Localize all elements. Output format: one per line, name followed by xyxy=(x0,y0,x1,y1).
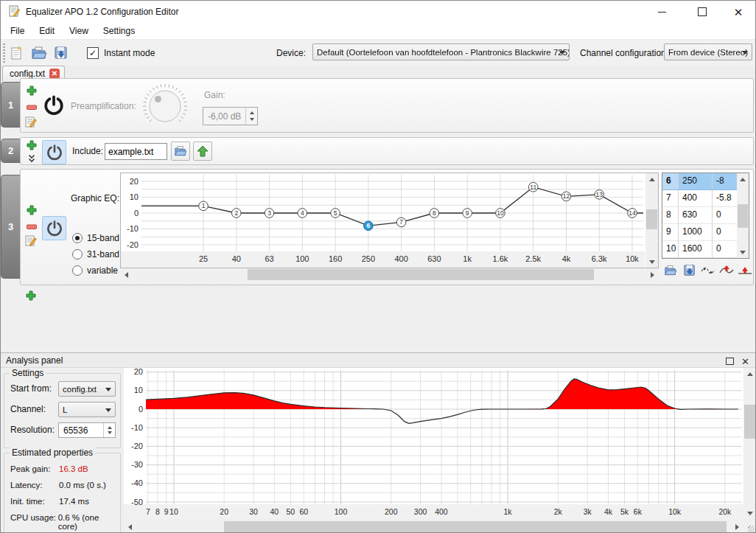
add-filter-button[interactable] xyxy=(25,290,37,302)
eq-band-marker[interactable]: 11 xyxy=(528,182,538,192)
open-config-button[interactable] xyxy=(29,43,49,63)
invert-response-button[interactable] xyxy=(718,262,735,279)
spin-buttons[interactable] xyxy=(103,423,115,437)
scrollbar-thumb[interactable] xyxy=(744,405,755,439)
maximize-button[interactable] xyxy=(685,1,720,23)
channel-config-select[interactable]: From device (Stereo) xyxy=(664,43,752,60)
open-response-button[interactable] xyxy=(662,262,679,279)
spin-up-icon[interactable] xyxy=(108,426,112,429)
gain-cell[interactable]: 0 xyxy=(713,207,737,224)
remove-filter-button[interactable] xyxy=(26,221,38,233)
float-panel-icon[interactable] xyxy=(726,358,734,365)
table-row[interactable]: 7400-5.8 xyxy=(662,190,737,207)
scroll-up-button[interactable] xyxy=(645,173,658,185)
normalize-response-button[interactable] xyxy=(737,262,753,279)
analysis-vertical-scrollbar[interactable] xyxy=(743,368,756,519)
spin-down-icon[interactable] xyxy=(108,431,112,434)
power-toggle[interactable] xyxy=(42,140,66,164)
gain-spin-buttons[interactable] xyxy=(245,108,257,125)
move-up-button[interactable] xyxy=(193,142,212,161)
scrollbar-thumb[interactable] xyxy=(248,269,594,280)
scroll-up-button[interactable] xyxy=(743,368,756,380)
eq-band-marker[interactable]: 14 xyxy=(628,209,637,218)
scroll-down-button[interactable] xyxy=(743,507,756,519)
eq-band-marker[interactable]: 2 xyxy=(231,209,241,218)
table-row[interactable]: 910000 xyxy=(662,224,737,241)
eq-band-marker[interactable]: 6 xyxy=(364,221,374,231)
analysis-horizontal-scrollbar[interactable] xyxy=(124,520,743,533)
browse-file-button[interactable] xyxy=(171,142,190,161)
close-button[interactable]: ✕ xyxy=(721,1,756,23)
band-number-cell[interactable]: 8 xyxy=(662,207,679,224)
add-filter-button[interactable] xyxy=(26,85,38,97)
menu-item-view[interactable]: View xyxy=(62,23,96,39)
scrollbar-thumb[interactable] xyxy=(224,521,727,533)
eq-band-marker[interactable]: 13 xyxy=(595,190,604,200)
eq-band-marker[interactable]: 12 xyxy=(561,192,571,201)
eq-graph[interactable]: 20100-10-202540631001602504006301k1.6k2.… xyxy=(121,173,645,268)
eq-band-marker[interactable]: 10 xyxy=(496,209,505,218)
remove-filter-button[interactable] xyxy=(26,102,38,114)
instant-mode-checkbox[interactable]: ✓ xyxy=(87,47,99,59)
eq-band-marker[interactable]: 1 xyxy=(199,201,209,211)
table-row[interactable]: 1016000 xyxy=(662,241,737,258)
analysis-panel-titlebar[interactable]: Analysis panel ✕ xyxy=(1,353,756,368)
smooth-response-button[interactable] xyxy=(700,262,716,279)
save-config-button[interactable] xyxy=(52,43,71,63)
scroll-right-button[interactable] xyxy=(646,268,659,281)
radio-button-icon[interactable] xyxy=(72,249,83,259)
scroll-left-button[interactable] xyxy=(120,268,133,281)
device-select[interactable]: Default (Oortelefoon van hoofdtelefoon -… xyxy=(312,43,570,60)
close-panel-icon[interactable]: ✕ xyxy=(741,355,749,369)
spinbox-resolution[interactable]: 65536 xyxy=(58,422,116,438)
frequency-cell[interactable]: 250 xyxy=(679,173,713,190)
scroll-right-button[interactable] xyxy=(731,520,743,533)
menu-item-settings[interactable]: Settings xyxy=(96,23,142,39)
resize-grip[interactable] xyxy=(743,520,756,533)
gain-spinbox[interactable]: -6,00 dB xyxy=(203,107,258,125)
select-channel[interactable]: L xyxy=(58,402,116,417)
table-vertical-scrollbar[interactable] xyxy=(737,173,749,258)
gain-knob[interactable] xyxy=(141,83,189,130)
eq-horizontal-scrollbar[interactable] xyxy=(120,268,659,281)
eq-band-marker[interactable]: 4 xyxy=(298,209,307,218)
eq-band-marker[interactable]: 9 xyxy=(463,209,472,218)
table-row[interactable]: 86300 xyxy=(662,207,737,224)
scroll-up-button[interactable] xyxy=(737,173,749,185)
menu-item-file[interactable]: File xyxy=(3,23,32,39)
add-filter-button[interactable] xyxy=(26,204,38,216)
tab-close-icon[interactable]: ✕ xyxy=(49,69,60,79)
eq-band-marker[interactable]: 5 xyxy=(331,209,340,218)
scroll-left-button[interactable] xyxy=(124,520,136,533)
scrollbar-thumb[interactable] xyxy=(738,204,748,228)
gain-cell[interactable]: 0 xyxy=(713,224,737,241)
radio-15-band[interactable]: 15-band xyxy=(72,233,119,243)
minimize-button[interactable] xyxy=(644,1,679,23)
edit-filter-button[interactable] xyxy=(25,116,37,128)
radio-variable[interactable]: variable xyxy=(72,265,118,276)
power-toggle[interactable] xyxy=(42,216,66,240)
radio-button-icon[interactable] xyxy=(72,233,83,243)
toolbar-drag-handle[interactable] xyxy=(3,43,5,63)
eq-band-marker[interactable]: 3 xyxy=(265,209,274,218)
scroll-down-button[interactable] xyxy=(645,256,658,268)
menu-item-edit[interactable]: Edit xyxy=(32,23,62,39)
radio-button-icon[interactable] xyxy=(72,265,83,276)
frequency-cell[interactable]: 1600 xyxy=(679,241,713,258)
power-toggle[interactable] xyxy=(41,92,66,119)
eq-band-marker[interactable]: 8 xyxy=(430,209,439,218)
frequency-cell[interactable]: 630 xyxy=(679,207,713,224)
analysis-graph[interactable]: 20100-10-20-30-40-5078910203040506010020… xyxy=(124,368,743,519)
collapse-button[interactable] xyxy=(26,153,38,164)
band-number-cell[interactable]: 10 xyxy=(662,241,679,258)
scroll-down-button[interactable] xyxy=(737,246,749,258)
radio-31-band[interactable]: 31-band xyxy=(72,249,119,259)
frequency-cell[interactable]: 1000 xyxy=(679,224,713,241)
eq-vertical-scrollbar[interactable] xyxy=(645,173,658,268)
band-number-cell[interactable]: 7 xyxy=(662,190,679,207)
gain-cell[interactable]: -5.8 xyxy=(713,190,737,207)
add-filter-button[interactable] xyxy=(26,139,38,151)
new-config-button[interactable] xyxy=(7,43,27,63)
scrollbar-thumb[interactable] xyxy=(646,209,657,229)
table-row[interactable]: 6250-8 xyxy=(662,173,737,190)
